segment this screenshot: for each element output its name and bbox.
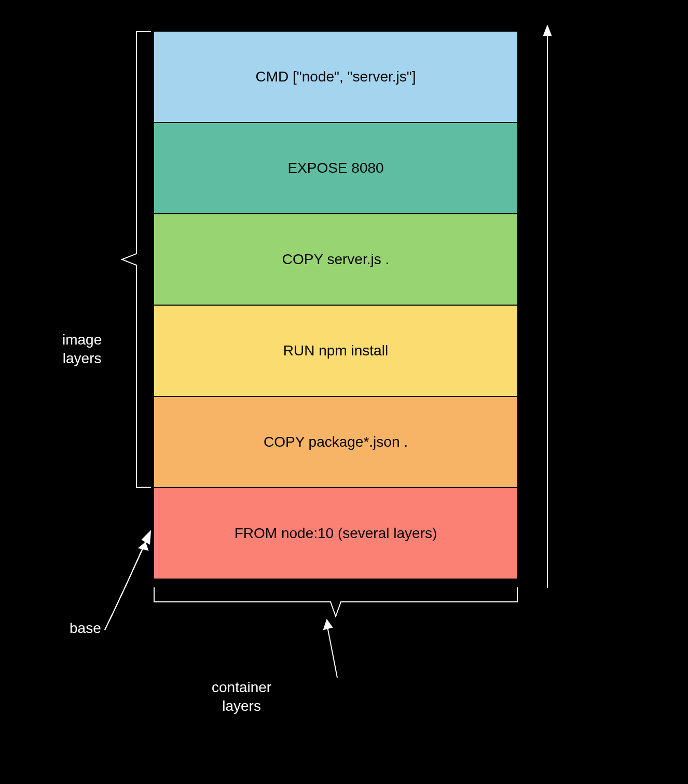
docker-layer: FROM node:10 (several layers) (153, 487, 518, 580)
docker-layer: COPY server.js . (153, 213, 518, 306)
caption-container-line2: layers (222, 698, 261, 714)
caption-image-line2: layers (63, 350, 102, 366)
caption-image-line1: image (62, 332, 102, 348)
bracket-image-layers (121, 31, 152, 488)
svg-marker-4 (324, 620, 332, 629)
caption-container: container layers (212, 678, 271, 716)
docker-layer-label: EXPOSE 8080 (287, 160, 383, 176)
docker-layer-label: CMD ["node", "server.js"] (256, 68, 416, 85)
layer-stack: CMD ["node", "server.js"]EXPOSE 8080COPY… (153, 31, 518, 580)
arrow-base (104, 527, 153, 631)
arrow-container (322, 619, 342, 679)
docker-layer-label: FROM node:10 (several layers) (235, 525, 437, 542)
docker-layer-label: COPY server.js . (282, 251, 389, 268)
docker-layer: RUN npm install (153, 305, 518, 397)
svg-marker-2 (142, 531, 150, 544)
bracket-container-layers (153, 586, 518, 617)
docker-layer-label: COPY package*.json . (264, 434, 408, 450)
caption-image: image layers (62, 331, 102, 368)
docker-layer: CMD ["node", "server.js"] (153, 31, 518, 123)
caption-container-line1: container (212, 679, 271, 695)
axis-arrow (540, 25, 555, 590)
docker-layer: COPY package*.json . (153, 396, 518, 488)
docker-layer-label: RUN npm install (283, 342, 388, 359)
svg-marker-6 (544, 26, 551, 35)
svg-line-3 (327, 624, 337, 678)
caption-base: base (70, 620, 101, 637)
docker-layer: EXPOSE 8080 (153, 122, 518, 214)
